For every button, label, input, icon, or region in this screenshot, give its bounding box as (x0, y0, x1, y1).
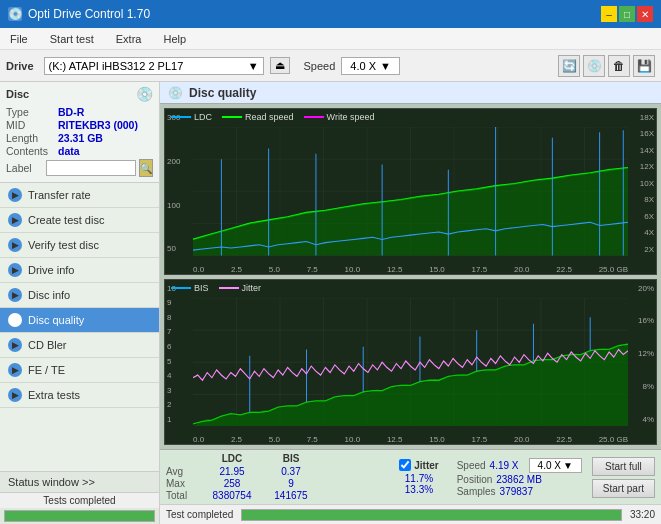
stats-headers: LDC BIS (166, 453, 389, 464)
cd-bler-icon: ▶ (8, 338, 22, 352)
create-test-disc-label: Create test disc (28, 214, 104, 226)
status-text: Test completed (166, 509, 233, 520)
speed-label: Speed (304, 60, 336, 72)
menu-help[interactable]: Help (157, 31, 192, 47)
speed-stat-value: 4.19 X (490, 460, 525, 471)
jitter-checkbox[interactable] (399, 459, 411, 471)
sidebar-item-disc-info[interactable]: ▶ Disc info (0, 283, 159, 308)
speed-dropdown-icon: ▼ (380, 60, 391, 72)
erase-icon[interactable]: 🗑 (608, 55, 630, 77)
title-bar: 💿 Opti Drive Control 1.70 – □ ✕ (0, 0, 661, 28)
close-button[interactable]: ✕ (637, 6, 653, 22)
disc-panel: Disc 💿 Type BD-R MID RITEKBR3 (000) Leng… (0, 82, 159, 183)
disc-length-field: Length 23.31 GB (6, 132, 153, 144)
chart1-svg (193, 127, 628, 256)
menu-bar: File Start test Extra Help (0, 28, 661, 50)
sidebar-item-create-test-disc[interactable]: ▶ Create test disc (0, 208, 159, 233)
charts-area: LDC Read speed Write speed 300 (160, 104, 661, 449)
max-label: Max (166, 478, 198, 489)
avg-jitter: 11.7% (399, 473, 438, 484)
drive-value: (K:) ATAPI iHBS312 2 PL17 (49, 60, 184, 72)
y-right-6x: 6X (630, 212, 654, 221)
save-icon[interactable]: 💾 (633, 55, 655, 77)
contents-value: data (58, 145, 80, 157)
create-test-disc-icon: ▶ (8, 213, 22, 227)
sidebar-item-disc-quality[interactable]: ▶ Disc quality (0, 308, 159, 333)
y2-right-12: 12% (630, 349, 654, 358)
speed-select[interactable]: 4.0 X ▼ (341, 57, 400, 75)
chart2-y-left: 10 9 8 7 6 5 4 3 2 1 (165, 280, 193, 427)
transfer-rate-icon: ▶ (8, 188, 22, 202)
extra-tests-icon: ▶ (8, 388, 22, 402)
sidebar-item-verify-test-disc[interactable]: ▶ Verify test disc (0, 233, 159, 258)
speed-stat-select[interactable]: 4.0 X ▼ (529, 458, 582, 473)
disc-quality-header: 💿 Disc quality (160, 82, 661, 104)
avg-label: Avg (166, 466, 198, 477)
legend-write: Write speed (304, 112, 375, 122)
y-left-50: 50 (167, 244, 191, 253)
bis-col-header: BIS (266, 453, 316, 464)
speed-row: Speed 4.19 X 4.0 X ▼ (457, 458, 582, 473)
fe-te-icon: ▶ (8, 363, 22, 377)
sidebar-item-transfer-rate[interactable]: ▶ Transfer rate (0, 183, 159, 208)
status-window-button[interactable]: Status window >> (0, 472, 159, 492)
legend-read: Read speed (222, 112, 294, 122)
drive-info-label: Drive info (28, 264, 74, 276)
status-completed-text: Tests completed (0, 492, 159, 508)
minimize-button[interactable]: – (601, 6, 617, 22)
chart2-y-right: 20% 16% 12% 8% 4% (628, 280, 656, 427)
mid-value: RITEKBR3 (000) (58, 119, 138, 131)
bis-dot (171, 287, 191, 289)
maximize-button[interactable]: □ (619, 6, 635, 22)
menu-start-test[interactable]: Start test (44, 31, 100, 47)
y-right-18x: 18X (630, 113, 654, 122)
disc-icon[interactable]: 💿 (583, 55, 605, 77)
sidebar-item-fe-te[interactable]: ▶ FE / TE (0, 358, 159, 383)
disc-panel-title: Disc (6, 88, 29, 100)
legend-ldc: LDC (171, 112, 212, 122)
position-value: 23862 MB (496, 474, 542, 485)
action-buttons: Start full Start part (592, 457, 655, 498)
stats-row: LDC BIS Avg 21.95 0.37 Max 258 9 Total (166, 453, 655, 501)
chart2-inner: BIS Jitter 10 9 8 7 6 5 (165, 280, 656, 445)
disc-panel-header: Disc 💿 (6, 86, 153, 102)
label-search-button[interactable]: 🔍 (139, 159, 153, 177)
jitter-label: Jitter (414, 460, 438, 471)
max-ldc: 258 (202, 478, 262, 489)
y-right-14x: 14X (630, 146, 654, 155)
drive-label: Drive (6, 60, 34, 72)
status-bar: Test completed 33:20 (160, 504, 661, 524)
y2-left-2: 2 (167, 400, 191, 409)
start-full-button[interactable]: Start full (592, 457, 655, 476)
sidebar-progress-bar (5, 511, 154, 521)
contents-label: Contents (6, 145, 58, 157)
drive-select[interactable]: (K:) ATAPI iHBS312 2 PL17 ▼ (44, 57, 264, 75)
ldc-dot (171, 116, 191, 118)
y-left-200: 200 (167, 157, 191, 166)
cd-bler-label: CD Bler (28, 339, 67, 351)
jitter-section: Jitter 11.7% 13.3% (399, 459, 438, 495)
y2-left-5: 5 (167, 357, 191, 366)
avg-ldc: 21.95 (202, 466, 262, 477)
type-label: Type (6, 106, 58, 118)
jitter-label: Jitter (242, 283, 262, 293)
quality-title: Disc quality (189, 86, 256, 100)
total-ldc: 8380754 (202, 490, 262, 501)
status-window: Status window >> Tests completed (0, 471, 159, 524)
eject-button[interactable]: ⏏ (270, 57, 290, 74)
sidebar-item-extra-tests[interactable]: ▶ Extra tests (0, 383, 159, 408)
refresh-icon[interactable]: 🔄 (558, 55, 580, 77)
menu-extra[interactable]: Extra (110, 31, 148, 47)
start-part-button[interactable]: Start part (592, 479, 655, 498)
sidebar-item-cd-bler[interactable]: ▶ CD Bler (0, 333, 159, 358)
disc-quality-icon: ▶ (8, 313, 22, 327)
read-dot (222, 116, 242, 118)
menu-file[interactable]: File (4, 31, 34, 47)
avg-bis: 0.37 (266, 466, 316, 477)
drive-dropdown-icon: ▼ (248, 60, 259, 72)
stats-panel: LDC BIS Avg 21.95 0.37 Max 258 9 Total (160, 449, 661, 504)
sidebar-item-drive-info[interactable]: ▶ Drive info (0, 258, 159, 283)
speed-position-section: Speed 4.19 X 4.0 X ▼ Position 23862 MB S… (457, 458, 582, 497)
disc-label-input[interactable] (46, 160, 136, 176)
jitter-header: Jitter (399, 459, 438, 471)
